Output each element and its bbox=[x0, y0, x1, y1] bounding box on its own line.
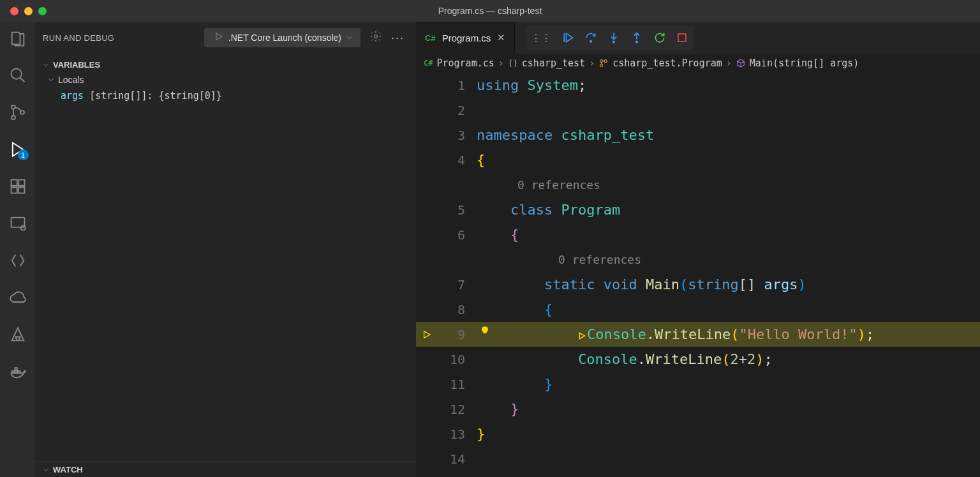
launch-config-dropdown[interactable]: .NET Core Launch (console) bbox=[204, 28, 360, 47]
chevron-down-icon bbox=[47, 75, 56, 84]
code-editor[interactable]: 1using System; 2 3namespace csharp_test … bbox=[416, 73, 980, 477]
close-window-button[interactable] bbox=[10, 7, 19, 15]
locals-scope[interactable]: Locals bbox=[35, 72, 416, 87]
variable-type: [string[]]: bbox=[89, 90, 152, 102]
bracket-icon[interactable] bbox=[9, 252, 27, 269]
minimize-window-button[interactable] bbox=[24, 7, 33, 15]
svg-point-15 bbox=[590, 41, 592, 43]
chevron-down-icon bbox=[345, 33, 354, 42]
close-tab-icon[interactable]: ✕ bbox=[497, 32, 505, 43]
svg-point-0 bbox=[11, 69, 21, 79]
run-debug-icon[interactable]: 1 bbox=[9, 140, 27, 158]
execution-pointer-icon bbox=[416, 329, 438, 340]
breadcrumb[interactable]: C# Program.cs › csharp_test › csharp_tes… bbox=[416, 54, 980, 73]
crumb-file[interactable]: Program.cs bbox=[436, 57, 494, 69]
azure-icon[interactable] bbox=[9, 326, 27, 344]
lightbulb-icon[interactable] bbox=[480, 323, 490, 339]
csharp-file-icon: C# bbox=[425, 33, 436, 43]
svg-point-21 bbox=[600, 64, 603, 66]
more-actions-icon[interactable]: ··· bbox=[387, 31, 408, 45]
tab-program-cs[interactable]: C# Program.cs ✕ bbox=[416, 22, 515, 54]
crumb-namespace[interactable]: csharp_test bbox=[522, 57, 585, 69]
remote-icon[interactable] bbox=[9, 215, 27, 232]
start-debug-icon bbox=[211, 32, 223, 43]
variables-section[interactable]: VARIABLES bbox=[35, 57, 416, 72]
variables-label: VARIABLES bbox=[53, 60, 100, 70]
docker-icon[interactable] bbox=[9, 363, 27, 381]
step-over-icon[interactable] bbox=[584, 31, 597, 44]
source-control-icon[interactable] bbox=[9, 103, 27, 121]
svg-point-20 bbox=[605, 60, 607, 63]
svg-point-9 bbox=[20, 226, 25, 231]
continue-icon[interactable] bbox=[561, 31, 574, 44]
class-icon bbox=[598, 58, 609, 68]
debug-badge: 1 bbox=[18, 149, 29, 160]
svg-rect-18 bbox=[678, 34, 686, 42]
activity-bar: 1 bbox=[0, 22, 35, 477]
sidebar-title: RUN AND DEBUG bbox=[43, 33, 114, 43]
cloud-icon[interactable] bbox=[9, 289, 27, 307]
variable-value: {string[0]} bbox=[159, 90, 222, 102]
svg-point-17 bbox=[636, 41, 638, 43]
explorer-icon[interactable] bbox=[9, 29, 27, 47]
chevron-down-icon bbox=[41, 61, 50, 70]
codelens[interactable]: 0 references bbox=[517, 178, 600, 192]
inline-pointer-icon bbox=[578, 331, 587, 340]
csharp-file-icon: C# bbox=[424, 59, 433, 68]
svg-point-19 bbox=[600, 60, 603, 63]
titlebar: Program.cs — csharp-test bbox=[0, 0, 980, 22]
step-out-icon[interactable] bbox=[630, 31, 643, 44]
svg-point-16 bbox=[613, 41, 615, 43]
debug-sidebar: RUN AND DEBUG .NET Core Launch (console)… bbox=[35, 22, 416, 477]
namespace-icon bbox=[508, 58, 518, 68]
variable-name: args bbox=[61, 90, 84, 102]
search-icon[interactable] bbox=[9, 66, 27, 84]
svg-rect-5 bbox=[19, 180, 24, 186]
variable-row[interactable]: args [string[]]: {string[0]} bbox=[35, 87, 416, 104]
crumb-class[interactable]: csharp_test.Program bbox=[612, 57, 722, 69]
restart-icon[interactable] bbox=[653, 31, 666, 44]
editor-pane: C# Program.cs ✕ ⋮⋮ C# Program.cs › cshar… bbox=[416, 22, 980, 477]
drag-handle-icon[interactable]: ⋮⋮ bbox=[531, 32, 551, 44]
debug-toolbar[interactable]: ⋮⋮ bbox=[526, 26, 693, 50]
codelens[interactable]: 0 references bbox=[558, 253, 641, 266]
svg-point-1 bbox=[11, 105, 15, 109]
extensions-icon[interactable] bbox=[9, 178, 27, 195]
window-title: Program.cs — csharp-test bbox=[438, 6, 542, 16]
tab-label: Program.cs bbox=[442, 33, 491, 43]
gear-icon[interactable] bbox=[369, 30, 382, 45]
method-icon bbox=[736, 58, 746, 68]
step-into-icon[interactable] bbox=[607, 31, 620, 44]
svg-rect-6 bbox=[11, 187, 17, 193]
svg-rect-13 bbox=[15, 368, 17, 370]
watch-section[interactable]: WATCH bbox=[35, 462, 416, 477]
svg-point-2 bbox=[11, 116, 15, 119]
stop-icon[interactable] bbox=[676, 32, 688, 43]
launch-config-label: .NET Core Launch (console) bbox=[228, 33, 341, 43]
svg-rect-4 bbox=[11, 180, 17, 186]
crumb-method[interactable]: Main(string[] args) bbox=[750, 57, 859, 69]
svg-rect-7 bbox=[19, 187, 24, 193]
tab-bar: C# Program.cs ✕ ⋮⋮ bbox=[416, 22, 980, 54]
svg-point-14 bbox=[374, 35, 377, 38]
watch-label: WATCH bbox=[53, 465, 83, 474]
maximize-window-button[interactable] bbox=[38, 7, 47, 15]
locals-label: Locals bbox=[58, 75, 84, 85]
chevron-down-icon bbox=[41, 466, 50, 474]
